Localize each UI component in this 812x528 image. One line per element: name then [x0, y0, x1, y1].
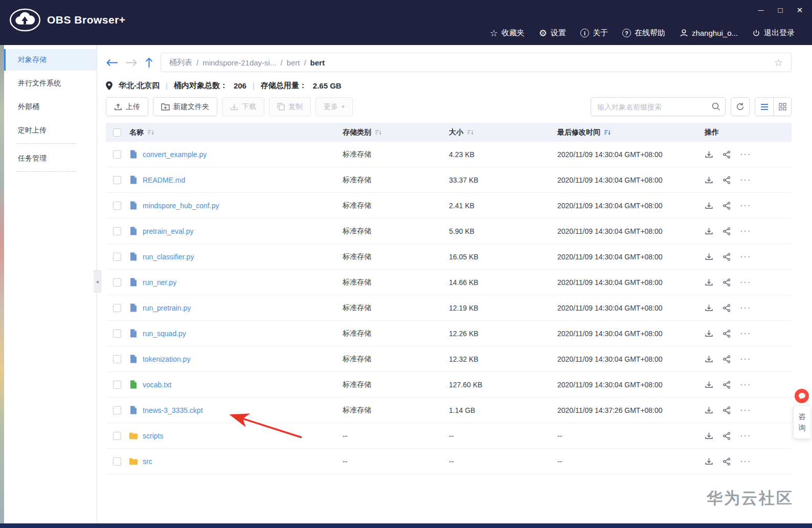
row-more-actions-icon[interactable]: ···	[740, 278, 751, 287]
row-share-icon[interactable]	[723, 227, 731, 235]
object-name-link[interactable]: tokenization.py	[143, 355, 190, 363]
row-checkbox[interactable]	[113, 253, 121, 261]
refresh-button[interactable]	[731, 97, 750, 116]
download-button[interactable]: 下载	[222, 97, 264, 116]
row-checkbox[interactable]	[113, 406, 121, 414]
settings-button[interactable]: ⚙ 设置	[539, 28, 566, 38]
table-row[interactable]: README.md 标准存储 33.37 KB 2020/11/09 14:30…	[106, 167, 792, 193]
table-row[interactable]: run_ner.py 标准存储 14.66 KB 2020/11/09 14:3…	[106, 270, 792, 295]
grid-view-button[interactable]	[773, 98, 791, 116]
object-name-link[interactable]: src	[143, 457, 152, 466]
row-more-actions-icon[interactable]: ···	[740, 406, 751, 415]
row-download-icon[interactable]	[705, 201, 713, 210]
sort-icon-active[interactable]	[604, 129, 611, 136]
object-name-link[interactable]: tnews-3_3335.ckpt	[143, 406, 203, 414]
row-checkbox[interactable]	[113, 355, 121, 363]
back-button[interactable]	[106, 58, 118, 67]
row-more-actions-icon[interactable]: ···	[740, 150, 751, 159]
table-row[interactable]: tnews-3_3335.ckpt 标准存储 1.14 GB 2020/11/0…	[106, 398, 792, 423]
row-more-actions-icon[interactable]: ···	[740, 303, 751, 313]
row-download-icon[interactable]	[705, 278, 713, 287]
breadcrumb-folder[interactable]: bert	[287, 58, 300, 67]
object-name-link[interactable]: run_squad.py	[143, 329, 186, 338]
account-button[interactable]: zhanghui_o...	[680, 29, 738, 37]
object-name-link[interactable]: run_pretrain.py	[143, 304, 191, 312]
object-name-link[interactable]: scripts	[143, 432, 163, 440]
forward-button[interactable]	[125, 58, 138, 67]
maximize-button[interactable]: □	[775, 5, 785, 15]
sort-icon[interactable]	[375, 129, 381, 136]
row-share-icon[interactable]	[723, 150, 731, 159]
upload-button[interactable]: 上传	[106, 97, 148, 116]
table-row[interactable]: run_classifier.py 标准存储 16.05 KB 2020/11/…	[106, 244, 792, 270]
row-more-actions-icon[interactable]: ···	[740, 457, 751, 466]
row-more-actions-icon[interactable]: ···	[740, 201, 751, 210]
row-more-actions-icon[interactable]: ···	[740, 380, 751, 389]
row-checkbox[interactable]	[113, 176, 121, 184]
row-checkbox[interactable]	[113, 304, 121, 312]
row-checkbox[interactable]	[113, 202, 121, 210]
table-row[interactable]: run_pretrain.py 标准存储 12.19 KB 2020/11/09…	[106, 295, 792, 321]
row-share-icon[interactable]	[723, 432, 731, 440]
sidebar-item-parallel-fs[interactable]: 并行文件系统	[4, 73, 97, 94]
favorite-path-star-icon[interactable]: ☆	[774, 57, 783, 69]
row-download-icon[interactable]	[705, 329, 713, 338]
row-share-icon[interactable]	[723, 202, 731, 210]
table-row[interactable]: convert_example.py 标准存储 4.23 KB 2020/11/…	[106, 142, 792, 167]
row-more-actions-icon[interactable]: ···	[740, 227, 751, 236]
copy-button[interactable]: 复制	[269, 97, 311, 116]
row-share-icon[interactable]	[723, 457, 731, 466]
sidebar-item-object-storage[interactable]: 对象存储	[4, 49, 97, 71]
sidebar-item-scheduled-upload[interactable]: 定时上传	[4, 120, 97, 141]
table-row[interactable]: pretrain_eval.py 标准存储 5.90 KB 2020/11/09…	[106, 218, 792, 244]
new-folder-button[interactable]: 新建文件夹	[153, 97, 217, 116]
object-name-link[interactable]: convert_example.py	[143, 150, 207, 159]
object-name-link[interactable]: mindspore_hub_conf.py	[143, 202, 219, 210]
favorites-button[interactable]: ☆ 收藏夹	[490, 28, 525, 38]
search-icon[interactable]	[711, 102, 720, 111]
table-row[interactable]: vocab.txt 标准存储 127.60 KB 2020/11/09 14:3…	[106, 372, 792, 398]
logout-button[interactable]: 退出登录	[752, 28, 795, 38]
row-download-icon[interactable]	[705, 303, 713, 312]
row-more-actions-icon[interactable]: ···	[740, 175, 751, 185]
row-share-icon[interactable]	[723, 253, 731, 261]
table-row[interactable]: mindspore_hub_conf.py 标准存储 2.41 KB 2020/…	[106, 193, 792, 218]
row-download-icon[interactable]	[705, 355, 713, 363]
sort-icon[interactable]	[467, 129, 473, 136]
row-download-icon[interactable]	[705, 406, 713, 414]
row-checkbox[interactable]	[113, 150, 121, 159]
object-name-link[interactable]: run_ner.py	[143, 278, 176, 287]
row-download-icon[interactable]	[705, 227, 713, 235]
row-more-actions-icon[interactable]: ···	[740, 431, 751, 441]
row-download-icon[interactable]	[705, 150, 713, 159]
table-row[interactable]: run_squad.py 标准存储 12.26 KB 2020/11/09 14…	[106, 321, 792, 346]
chat-bubble-icon[interactable]	[795, 389, 809, 403]
consult-button[interactable]: 咨 询	[793, 405, 810, 439]
row-download-icon[interactable]	[705, 431, 713, 440]
table-row[interactable]: tokenization.py 标准存储 12.32 KB 2020/11/09…	[106, 346, 792, 372]
sort-icon[interactable]	[147, 129, 154, 136]
search-input[interactable]	[591, 97, 726, 116]
object-name-link[interactable]: pretrain_eval.py	[143, 227, 194, 235]
minimize-button[interactable]: ─	[756, 5, 766, 15]
up-level-button[interactable]	[145, 57, 153, 68]
row-share-icon[interactable]	[723, 278, 731, 287]
row-checkbox[interactable]	[113, 329, 121, 338]
object-name-link[interactable]: README.md	[143, 176, 185, 184]
close-button[interactable]: ✕	[795, 5, 805, 15]
row-checkbox[interactable]	[113, 227, 121, 235]
row-share-icon[interactable]	[723, 355, 731, 363]
row-share-icon[interactable]	[723, 329, 731, 338]
row-download-icon[interactable]	[705, 457, 713, 466]
row-checkbox[interactable]	[113, 432, 121, 440]
table-row[interactable]: src -- -- -- ···	[106, 449, 792, 474]
row-share-icon[interactable]	[723, 304, 731, 312]
sidebar-item-external-bucket[interactable]: 外部桶	[4, 96, 97, 118]
row-checkbox[interactable]	[113, 457, 121, 466]
sidebar-item-task-management[interactable]: 任务管理	[4, 148, 97, 169]
row-more-actions-icon[interactable]: ···	[740, 252, 751, 261]
row-more-actions-icon[interactable]: ···	[740, 329, 751, 338]
object-name-link[interactable]: vocab.txt	[143, 381, 171, 389]
row-download-icon[interactable]	[705, 380, 713, 389]
more-button[interactable]: 更多 ▾	[315, 97, 353, 116]
